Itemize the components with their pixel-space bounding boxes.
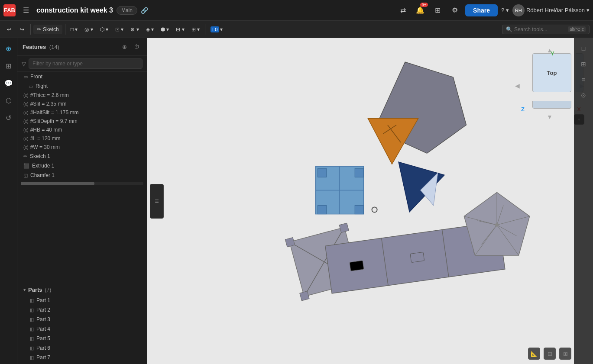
rt-btn-3[interactable]: ≡: [577, 73, 590, 87]
shape-triangle-blue[interactable]: [399, 162, 444, 212]
sq-corner: [355, 168, 363, 177]
z-axis-label: Z: [521, 106, 525, 113]
param-icon: (x): [23, 136, 29, 141]
param-icon: (x): [23, 119, 29, 124]
share-button[interactable]: Share: [465, 4, 498, 16]
tool-hexa[interactable]: ⬢ ▾: [158, 25, 172, 34]
add-feature-btn[interactable]: ⊕: [119, 42, 130, 52]
part-icon: ◧: [29, 326, 34, 332]
part-item[interactable]: ◧ Part 6: [17, 343, 147, 353]
settings-button[interactable]: ⚙: [448, 3, 462, 17]
part-item[interactable]: ◧ Part 1: [17, 296, 147, 305]
param-slit[interactable]: (x) #Slit = 2.35 mm: [17, 100, 147, 108]
mode-selector[interactable]: L0 ▾: [208, 25, 225, 34]
h-scrollbar[interactable]: [21, 182, 143, 185]
parts-header[interactable]: ▾ Parts (7): [17, 284, 147, 296]
fab-logo[interactable]: FAB: [3, 4, 16, 16]
timeline-button[interactable]: ≡: [150, 184, 164, 219]
toolbar-divider-2: [65, 24, 65, 35]
feature-chamfer1[interactable]: ◱ Chamfer 1: [17, 171, 147, 180]
redo-button[interactable]: ↪: [16, 25, 28, 34]
tool-square[interactable]: ⊡ ▾: [113, 25, 126, 34]
tool-minus[interactable]: ⊟ ▾: [173, 25, 187, 34]
toolbar: ↩ ↪ ✏ Sketch □ ▾ ◎ ▾ ⬡ ▾ ⊡ ▾ ⊕ ▾ ◈ ▾ ⬢ ▾…: [0, 21, 593, 38]
part-item[interactable]: ◧ Part 3: [17, 315, 147, 324]
param-hb[interactable]: (x) #HB = 40 mm: [17, 126, 147, 134]
search-tools[interactable]: 🔍 alt/⌥ c: [502, 25, 590, 34]
filter-icon: ▽: [22, 61, 26, 67]
param-icon: (x): [23, 93, 29, 98]
part-item[interactable]: ◧ Part 7: [17, 353, 147, 362]
shortcut-kbd: alt/⌥ c: [568, 26, 586, 32]
main-layout: ⊕ ⊞ 💬 ⬡ ↺ Features (14) ⊕ ⏱ ▽ ▭: [0, 38, 593, 364]
sketch-button[interactable]: ✏ Sketch: [33, 25, 62, 34]
sketch-icon: ✏: [37, 26, 41, 32]
feature-item-right[interactable]: ▭ Right: [17, 81, 147, 91]
grid-button[interactable]: ⊞: [431, 3, 444, 17]
rt-btn-2[interactable]: ⊞: [577, 57, 590, 71]
nav-cube-top[interactable]: Top: [532, 53, 571, 92]
param-l[interactable]: (x) #L = 120 mm: [17, 134, 147, 143]
help-button[interactable]: ? ▾: [501, 7, 509, 13]
tool-grid[interactable]: ⊞ ▾: [189, 25, 202, 34]
param-slitdepth[interactable]: (x) #SlitDepth = 9.7 mm: [17, 117, 147, 126]
feature-item-front[interactable]: ▭ Front: [17, 72, 147, 81]
measure-btn[interactable]: 📐: [528, 348, 540, 360]
param-icon: (x): [23, 110, 29, 115]
link-icon[interactable]: 🔗: [141, 7, 148, 14]
sync-button[interactable]: ⇄: [396, 3, 410, 17]
filter-input[interactable]: [29, 58, 143, 69]
features-title: Features (14): [23, 44, 59, 50]
sketch-label: Sketch: [43, 26, 59, 32]
add-feature-icon[interactable]: ⊞: [2, 59, 16, 73]
plane-icon: ▭: [23, 74, 28, 80]
feature-sketch1[interactable]: ✏ Sketch 1: [17, 151, 147, 161]
rt-btn-1[interactable]: □: [577, 42, 590, 55]
history-icon[interactable]: ↺: [2, 111, 16, 125]
fab-icon: FAB: [3, 4, 16, 16]
tool-diamond[interactable]: ◈ ▾: [143, 25, 156, 34]
tool-plus[interactable]: ⊕ ▾: [128, 25, 141, 34]
comment-icon[interactable]: 💬: [2, 76, 16, 90]
viewport[interactable]: ≡ ▲ ▼ ◀ ▶ Top Y Z X ▾: [147, 38, 593, 364]
param-icon: (x): [23, 145, 29, 150]
rect-slot: [350, 261, 364, 271]
rect-slot: [410, 252, 424, 262]
search-icon: 🔍: [506, 26, 512, 32]
notifications-button[interactable]: 🔔 9+: [413, 3, 427, 17]
param-thicc[interactable]: (x) #Thicc = 2.6 mm: [17, 91, 147, 100]
history-btn[interactable]: ⏱: [131, 42, 142, 52]
grid-view-btn[interactable]: ⊞: [559, 348, 571, 360]
features-actions: ⊕ ⏱: [119, 42, 142, 52]
canvas-area: ≡ ▲ ▼ ◀ ▶ Top Y Z X ▾: [147, 38, 593, 364]
tool-circle[interactable]: ◎ ▾: [82, 25, 95, 34]
section-btn[interactable]: ⊟: [544, 348, 556, 360]
hamburger-menu[interactable]: ☰: [19, 3, 33, 17]
part-item[interactable]: ◧ Part 2: [17, 305, 147, 315]
part-item[interactable]: ◧ Part 5: [17, 334, 147, 343]
tool-hex[interactable]: ⬡ ▾: [97, 25, 111, 34]
chamfer-icon: ◱: [23, 173, 28, 178]
nav-cube-bottom-face[interactable]: [532, 101, 571, 109]
box-icon[interactable]: ⬡: [2, 93, 16, 107]
rt-btn-4[interactable]: ⊙: [577, 88, 590, 102]
feature-extrude1[interactable]: ⬛ Extrude 1: [17, 161, 147, 171]
nav-icon[interactable]: ⊕: [2, 42, 16, 55]
notif-badge: 9+: [420, 3, 428, 7]
user-chevron: ▾: [587, 7, 590, 13]
user-area[interactable]: RH Róbert Hreiðar Pálsson ▾: [512, 4, 590, 16]
nav-arrow-down[interactable]: ▼: [547, 113, 553, 120]
undo-button[interactable]: ↩: [3, 25, 15, 34]
part-item[interactable]: ◧ Part 4: [17, 324, 147, 334]
param-halfslit[interactable]: (x) #HalfSlit = 1.175 mm: [17, 108, 147, 117]
nav-arrow-left[interactable]: ◀: [515, 82, 520, 89]
search-input[interactable]: [514, 26, 566, 32]
branch-badge[interactable]: Main: [117, 6, 137, 15]
left-icon-bar: ⊕ ⊞ 💬 ⬡ ↺: [0, 38, 17, 364]
part-icon: ◧: [29, 345, 34, 351]
mode-label: L0: [211, 26, 219, 32]
toolbar-divider-1: [30, 24, 31, 35]
tool-solid[interactable]: □ ▾: [68, 25, 81, 34]
sidebar: Features (14) ⊕ ⏱ ▽ ▭ Front ▭ Right: [17, 38, 147, 364]
param-w[interactable]: (x) #W = 30 mm: [17, 143, 147, 151]
